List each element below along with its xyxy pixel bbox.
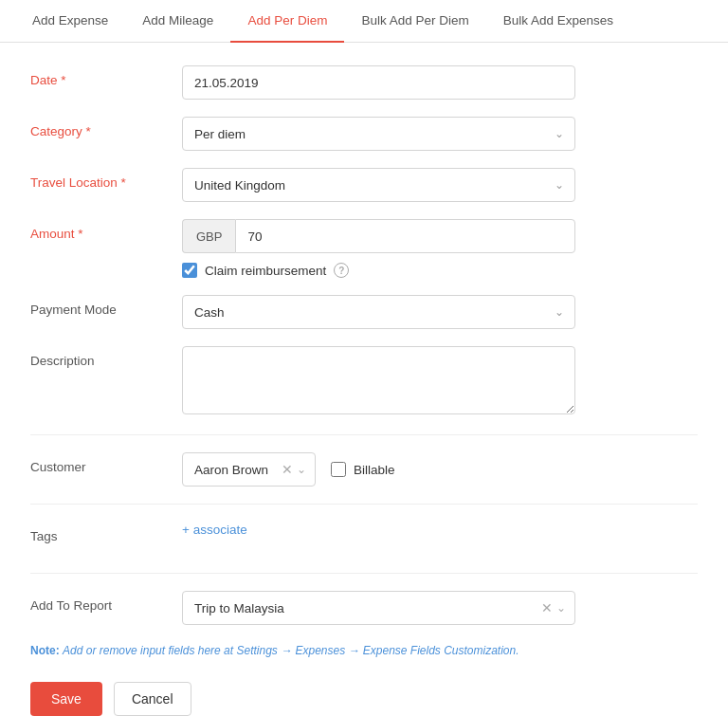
add-to-report-row: Add To Report Trip to Malaysia ✕ ⌄ <box>30 591 698 625</box>
tab-bulk-add-expenses[interactable]: Bulk Add Expenses <box>486 0 630 43</box>
description-textarea[interactable] <box>182 346 575 414</box>
amount-input[interactable] <box>235 219 575 253</box>
travel-location-select[interactable]: United Kingdom <box>182 168 575 202</box>
amount-group: GBP <box>182 219 575 253</box>
divider-2 <box>30 504 698 505</box>
travel-location-row: Travel Location * United Kingdom ⌄ <box>30 168 698 202</box>
customer-clear-icon[interactable]: ✕ <box>282 462 293 477</box>
travel-location-label: Travel Location * <box>30 168 182 190</box>
button-row: Save Cancel <box>30 682 698 716</box>
description-row: Description <box>30 346 698 417</box>
add-to-report-field: Trip to Malaysia ✕ ⌄ <box>182 591 698 625</box>
help-icon[interactable]: ? <box>334 263 349 278</box>
note-body: Add or remove input fields here at Setti… <box>63 644 519 657</box>
category-select[interactable]: Per diem <box>182 117 575 151</box>
customer-row: Customer Aaron Brown ✕ ⌄ Billable <box>30 452 698 487</box>
customer-label: Customer <box>30 452 182 474</box>
tags-row: Tags + associate <box>30 522 698 556</box>
amount-row: Amount * GBP Claim reimbursement ? <box>30 219 698 278</box>
form-container: Date * Category * Per diem ⌄ Travel Loca… <box>0 43 728 716</box>
amount-label: Amount * <box>30 219 182 241</box>
date-row: Date * <box>30 65 698 100</box>
category-field: Per diem ⌄ <box>182 117 698 151</box>
report-field-wrapper: Trip to Malaysia ✕ ⌄ <box>182 591 575 625</box>
report-clear-icon[interactable]: ✕ <box>541 600 553 615</box>
date-input[interactable] <box>182 65 575 100</box>
date-label: Date * <box>30 65 182 87</box>
category-label: Category * <box>30 117 182 138</box>
cancel-button[interactable]: Cancel <box>114 682 191 716</box>
category-select-wrapper: Per diem ⌄ <box>182 117 575 151</box>
payment-mode-label: Payment Mode <box>30 295 182 317</box>
description-field <box>182 346 698 417</box>
report-select[interactable]: Trip to Malaysia <box>182 591 575 625</box>
note-text: Note: Add or remove input fields here at… <box>30 642 698 659</box>
customer-field: Aaron Brown ✕ ⌄ Billable <box>182 452 698 487</box>
description-label: Description <box>30 346 182 368</box>
divider-3 <box>30 573 698 574</box>
associate-link[interactable]: + associate <box>182 523 247 537</box>
payment-mode-field: Cash ⌄ <box>182 295 698 329</box>
date-field <box>182 65 698 100</box>
customer-field-wrapper: Aaron Brown ✕ ⌄ <box>182 452 316 487</box>
tabs-bar: Add Expense Add Mileage Add Per Diem Bul… <box>0 0 728 43</box>
travel-location-field: United Kingdom ⌄ <box>182 168 698 202</box>
claim-reimbursement-checkbox[interactable] <box>182 263 197 278</box>
currency-badge: GBP <box>182 219 235 253</box>
payment-mode-select[interactable]: Cash <box>182 295 575 329</box>
category-row: Category * Per diem ⌄ <box>30 117 698 151</box>
payment-mode-row: Payment Mode Cash ⌄ <box>30 295 698 329</box>
travel-location-select-wrapper: United Kingdom ⌄ <box>182 168 575 202</box>
billable-label: Billable <box>354 463 395 477</box>
payment-mode-select-wrapper: Cash ⌄ <box>182 295 575 329</box>
tab-add-per-diem[interactable]: Add Per Diem <box>230 0 344 43</box>
tab-bulk-add-per-diem[interactable]: Bulk Add Per Diem <box>344 0 485 43</box>
amount-field: GBP Claim reimbursement ? <box>182 219 698 278</box>
note-prefix: Note: <box>30 644 60 657</box>
tab-add-mileage[interactable]: Add Mileage <box>125 0 230 43</box>
tags-field: + associate <box>182 522 698 537</box>
claim-reimbursement-row: Claim reimbursement ? <box>182 263 698 278</box>
billable-checkbox[interactable] <box>331 462 346 477</box>
customer-row-fields: Aaron Brown ✕ ⌄ Billable <box>182 452 698 487</box>
claim-reimbursement-label: Claim reimbursement <box>205 264 326 278</box>
save-button[interactable]: Save <box>30 682 102 716</box>
tab-add-expense[interactable]: Add Expense <box>15 0 125 43</box>
add-to-report-label: Add To Report <box>30 591 182 613</box>
billable-wrapper: Billable <box>331 462 395 477</box>
divider-1 <box>30 434 698 435</box>
customer-select[interactable]: Aaron Brown <box>182 452 316 487</box>
tags-label: Tags <box>30 522 182 543</box>
